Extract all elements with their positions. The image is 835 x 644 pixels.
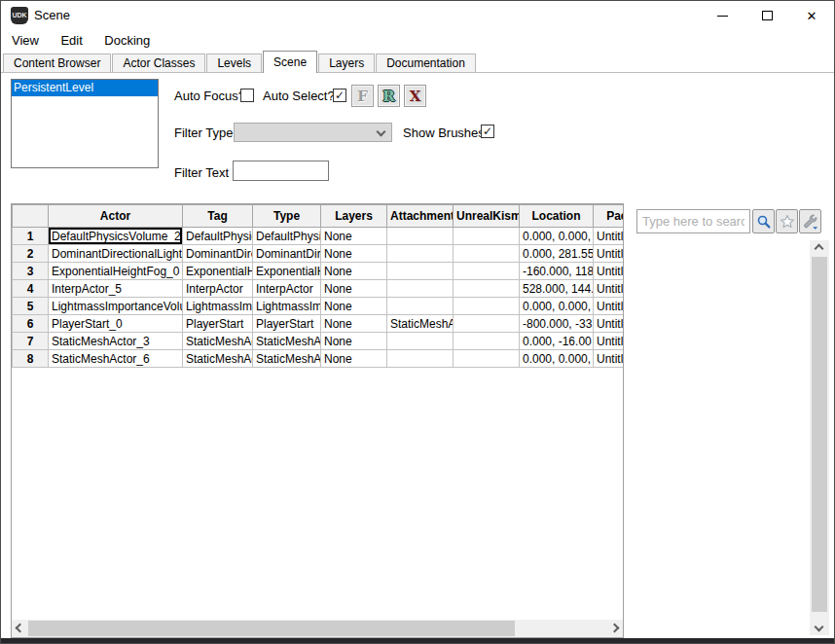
cell-tag[interactable]: StaticMeshActor [183,350,253,368]
cell-actor[interactable]: StaticMeshActor_3 [49,333,183,350]
auto-select-checkbox[interactable]: ✓ [333,89,346,102]
auto-focus-checkbox[interactable] [240,89,254,102]
cell-kismet[interactable] [454,280,520,298]
cell-attachment[interactable] [387,333,454,350]
cell-layers[interactable]: None [321,280,387,298]
cell-layers[interactable]: None [321,315,387,333]
cell-type[interactable]: DefaultPhysicsVolume [253,228,321,245]
cell-tag[interactable]: StaticMeshActor [183,333,253,350]
row-number[interactable]: 6 [13,315,49,333]
row-number[interactable]: 4 [13,280,49,298]
vertical-scrollbar-thumb[interactable] [812,257,827,612]
cell-tag[interactable]: InterpActor [183,280,253,298]
cell-kismet[interactable] [454,245,520,263]
horizontal-scrollbar[interactable] [12,620,623,637]
cell-layers[interactable]: None [321,263,387,280]
level-item-persistentlevel[interactable]: PersistentLevel [12,80,158,96]
refresh-button[interactable]: R [378,85,400,107]
cell-location[interactable]: 528.000, 144. [520,280,594,298]
cell-type[interactable]: PlayerStart [253,315,321,333]
favorites-button[interactable] [776,209,798,233]
row-number[interactable]: 7 [13,333,49,350]
cell-location[interactable]: -160.000, 118 [520,263,594,280]
show-brushes-checkbox[interactable]: ✓ [481,125,494,138]
row-number[interactable]: 5 [13,298,49,315]
cell-tag[interactable]: DefaultPhysicsVolume [183,228,253,245]
cell-package[interactable]: Untitled [594,263,625,280]
vertical-scrollbar[interactable] [810,240,829,635]
cell-layers[interactable]: None [321,350,387,368]
cell-type[interactable]: StaticMeshActor [253,350,321,368]
tab-actor-classes[interactable]: Actor Classes [112,54,205,72]
cell-package[interactable]: Untitled [594,350,625,368]
cell-kismet[interactable] [454,333,520,350]
cell-package[interactable]: Untitled [594,315,625,333]
tab-documentation[interactable]: Documentation [376,54,476,72]
row-number[interactable]: 1 [13,228,49,245]
cell-attachment[interactable] [387,263,454,280]
cell-package[interactable]: Untitled [594,298,625,315]
menu-docking[interactable]: Docking [95,30,159,52]
tab-layers[interactable]: Layers [318,54,375,72]
cell-attachment[interactable] [387,298,454,315]
cell-layers[interactable]: None [321,298,387,315]
cell-attachment[interactable] [387,245,454,263]
row-number[interactable]: 3 [13,263,49,280]
cell-package[interactable]: Untitled [594,333,625,350]
cell-actor[interactable]: LightmassImportanceVolume_0 [49,298,183,315]
cell-attachment[interactable] [387,280,454,298]
col-header-attachment-base[interactable]: Attachment Base [387,205,454,228]
cell-location[interactable]: 0.000, -16.00 [520,333,594,350]
tab-levels[interactable]: Levels [206,54,262,72]
cell-actor[interactable]: DominantDirectionalLight_0 [49,245,183,263]
cell-attachment[interactable]: StaticMeshActor_3 [387,315,454,333]
filter-type-dropdown[interactable] [234,123,392,142]
cell-location[interactable]: -800.000, -33 [520,315,594,333]
menu-view[interactable]: View [3,30,48,52]
col-header-rownum[interactable] [13,205,49,228]
col-header-unrealkismet[interactable]: UnrealKismet [454,205,520,228]
cell-kismet[interactable] [454,228,520,245]
delete-button[interactable]: X [404,85,426,107]
cell-type[interactable]: DominantDirectionalLight [253,245,321,263]
cell-actor[interactable]: PlayerStart_0 [49,315,183,333]
maximize-button[interactable] [744,1,789,30]
cell-kismet[interactable] [454,315,520,333]
scroll-up-arrow[interactable] [811,240,827,257]
cell-actor[interactable]: StaticMeshActor_6 [49,350,183,368]
tab-content-browser[interactable]: Content Browser [3,54,111,72]
cell-actor[interactable]: ExponentialHeightFog_0 [49,263,183,280]
col-header-type[interactable]: Type [253,205,321,228]
cell-type[interactable]: ExponentialHeightFog [253,263,321,280]
search-input[interactable] [636,209,750,233]
cell-layers[interactable]: None [321,228,387,245]
cell-actor[interactable]: InterpActor_5 [49,280,183,298]
cell-location[interactable]: 0.000, 281.55 [520,245,594,263]
cell-type[interactable]: LightmassImportanceVolume [253,298,321,315]
cell-location[interactable]: 0.000, 0.000, [520,228,594,245]
cell-tag[interactable]: DominantDirectionalLight [183,245,253,263]
cell-location[interactable]: 0.000, 0.000, [520,298,594,315]
row-number[interactable]: 2 [13,245,49,263]
row-number[interactable]: 8 [13,350,49,368]
cell-kismet[interactable] [454,350,520,368]
cell-type[interactable]: InterpActor [253,280,321,298]
cell-tag[interactable]: LightmassImportanceVolume [183,298,253,315]
close-button[interactable]: ✕ [789,1,834,30]
col-header-layers[interactable]: Layers [321,205,387,228]
cell-attachment[interactable] [387,228,454,245]
col-header-actor[interactable]: Actor [49,205,183,228]
cell-tag[interactable]: PlayerStart [183,315,253,333]
col-header-location[interactable]: Location [520,205,594,228]
cell-layers[interactable]: None [321,333,387,350]
cell-attachment[interactable] [387,350,454,368]
cell-package[interactable]: Untitled [594,245,625,263]
cell-actor[interactable]: DefaultPhysicsVolume_2 [49,228,183,245]
cell-kismet[interactable] [454,298,520,315]
filter-text-input[interactable] [233,161,329,181]
cell-type[interactable]: StaticMeshActor [253,333,321,350]
menu-edit[interactable]: Edit [52,30,91,52]
scroll-right-arrow[interactable] [606,620,623,636]
scroll-down-arrow[interactable] [811,619,827,635]
horizontal-scrollbar-thumb[interactable] [28,621,515,636]
